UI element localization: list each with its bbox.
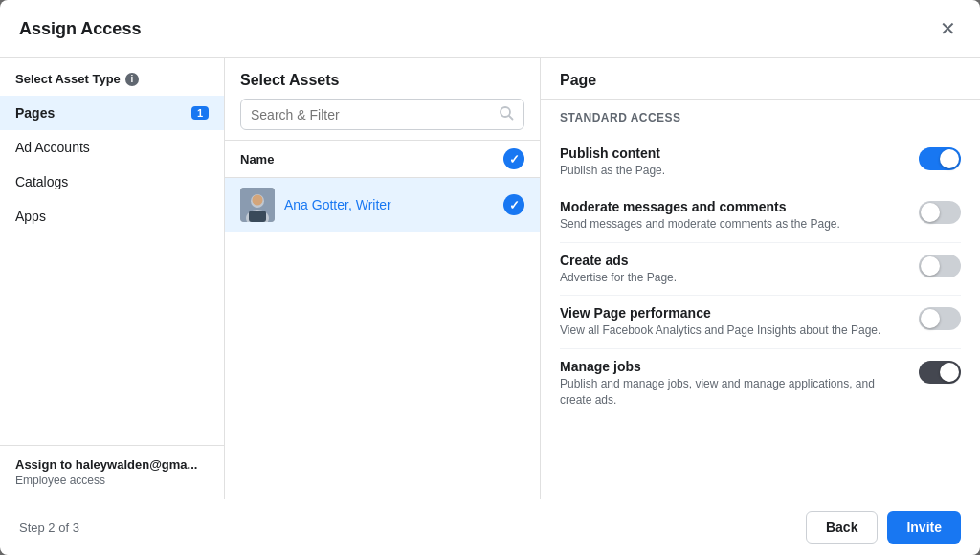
toggle-moderate-messages[interactable]	[919, 201, 961, 224]
modal-body: Select Asset Type i Pages 1 Ad Accounts …	[0, 58, 980, 499]
assign-access-modal: Assign Access ✕ Select Asset Type i Page…	[0, 0, 980, 555]
invite-button[interactable]: Invite	[887, 511, 961, 544]
info-icon[interactable]: i	[125, 73, 139, 86]
perm-title-view-performance: View Page performance	[560, 305, 909, 321]
permission-row-moderate-messages: Moderate messages and comments Send mess…	[560, 189, 961, 243]
asset-type-item-catalogs[interactable]: Catalogs	[0, 165, 224, 199]
toggle-manage-jobs[interactable]	[919, 361, 961, 384]
checkmark-icon: ✓	[509, 198, 520, 212]
left-footer: Assign to haleywalden@gma... Employee ac…	[0, 445, 224, 499]
permissions-list: Standard Access Publish content Publish …	[541, 100, 980, 499]
search-icon	[499, 105, 514, 123]
back-button[interactable]: Back	[806, 511, 878, 544]
modal-title: Assign Access	[19, 19, 141, 39]
svg-line-1	[509, 116, 513, 120]
assign-label: Employee access	[15, 474, 209, 487]
asset-type-item-ad-accounts[interactable]: Ad Accounts	[0, 130, 224, 165]
perm-title-publish-content: Publish content	[560, 145, 909, 161]
asset-type-item-pages[interactable]: Pages 1	[0, 96, 224, 130]
page-heading: Page	[541, 58, 980, 100]
asset-check-selected[interactable]: ✓	[503, 194, 524, 215]
right-panel: Page Standard Access Publish content Pub…	[541, 58, 980, 499]
perm-title-create-ads: Create ads	[560, 253, 909, 268]
perm-desc-moderate-messages: Send messages and moderate comments as t…	[560, 216, 909, 233]
modal-overlay: Assign Access ✕ Select Asset Type i Page…	[0, 0, 980, 555]
assign-to-text: Assign to haleywalden@gma...	[15, 457, 209, 472]
assets-table-header: Name ✓	[225, 140, 540, 178]
pages-badge: 1	[191, 106, 209, 120]
modal-footer: Step 2 of 3 Back Invite	[0, 499, 980, 555]
toggle-view-performance[interactable]	[919, 307, 961, 330]
svg-point-5	[253, 195, 263, 206]
permission-row-create-ads: Create ads Advertise for the Page.	[560, 243, 961, 297]
permission-row-manage-jobs: Manage jobs Publish and manage jobs, vie…	[560, 349, 961, 418]
left-panel: Select Asset Type i Pages 1 Ad Accounts …	[0, 58, 225, 499]
search-bar	[240, 99, 524, 130]
col-name: Name	[240, 152, 274, 166]
asset-type-item-apps[interactable]: Apps	[0, 199, 224, 233]
mid-panel: Select Assets Name ✓	[225, 58, 541, 499]
permission-row-view-performance: View Page performance View all Facebook …	[560, 296, 961, 349]
checkmark-icon: ✓	[509, 152, 520, 166]
perm-title-manage-jobs: Manage jobs	[560, 359, 909, 374]
toggle-create-ads[interactable]	[919, 255, 961, 278]
toggle-publish-content[interactable]	[919, 147, 961, 170]
select-asset-type-heading: Select Asset Type i	[0, 58, 224, 96]
perm-desc-manage-jobs: Publish and manage jobs, view and manage…	[560, 376, 909, 409]
asset-row-ana-gotter[interactable]: Ana Gotter, Writer ✓	[225, 178, 540, 232]
perm-desc-view-performance: View all Facebook Analytics and Page Ins…	[560, 322, 909, 339]
footer-buttons: Back Invite	[806, 511, 961, 544]
perm-title-moderate-messages: Moderate messages and comments	[560, 199, 909, 214]
close-icon: ✕	[940, 17, 956, 40]
asset-name: Ana Gotter, Writer	[284, 197, 494, 212]
modal-header: Assign Access ✕	[0, 0, 980, 58]
search-input[interactable]	[251, 107, 491, 122]
perm-desc-create-ads: Advertise for the Page.	[560, 270, 909, 286]
permission-row-publish-content: Publish content Publish as the Page.	[560, 136, 961, 189]
step-label: Step 2 of 3	[19, 521, 79, 535]
select-all-check[interactable]: ✓	[503, 148, 524, 169]
svg-rect-6	[249, 211, 266, 222]
select-assets-heading: Select Assets	[225, 58, 540, 99]
avatar	[240, 188, 275, 222]
close-button[interactable]: ✕	[934, 15, 961, 42]
standard-access-label: Standard Access	[560, 111, 961, 124]
perm-desc-publish-content: Publish as the Page.	[560, 163, 909, 179]
asset-type-list: Pages 1 Ad Accounts Catalogs Apps	[0, 96, 224, 445]
